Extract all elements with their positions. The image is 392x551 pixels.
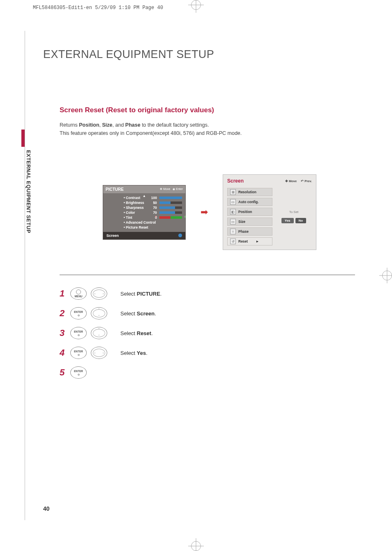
desc-text: Returns [60, 122, 79, 128]
desc-text: to the default factory settings. [141, 122, 209, 128]
no-button: No [295, 218, 307, 223]
picture-row-label: • Color [124, 211, 147, 215]
step-2: 2 ENTER⊙ ˄˅ Select Screen. [60, 307, 355, 319]
button-label: ENTER [74, 310, 83, 313]
desc-text: , and [113, 122, 125, 128]
step-text: Select PICTURE. [120, 291, 161, 297]
step-text: Select Yes. [120, 350, 148, 356]
menu-button-icon: MENU [70, 287, 87, 300]
side-tab: EXTERNAL EQUIPMENT SETUP [25, 138, 32, 233]
section-divider [60, 275, 355, 275]
screen-item-position: ◧Position [227, 208, 272, 216]
step-text-b: Yes [137, 350, 146, 356]
step-5: 5 ENTER⊙ [60, 366, 355, 379]
grid-icon: ⊞ [230, 189, 236, 195]
picture-row-label: • Sharpness [124, 206, 147, 210]
step-number: 1 [60, 288, 66, 299]
steps-list: 1 MENU ‹› Select PICTURE. 2 ENTER⊙ ˄˅ Se… [60, 287, 355, 379]
reset-marker-icon: ► [256, 239, 259, 243]
screen-item-label: Auto config. [238, 200, 259, 204]
screen-menu-title: Screen [227, 178, 244, 184]
enter-button-icon: ENTER⊙ [70, 347, 87, 359]
hint-enter: Enter [176, 188, 183, 190]
desc-bold: Size [102, 122, 113, 128]
enter-button-icon: ENTER⊙ [70, 366, 87, 379]
yes-button: Yes [281, 218, 294, 223]
description: Returns Position, Size, and Phase to the… [60, 121, 355, 137]
crop-mark-right [382, 271, 392, 280]
picture-row-advanced: • Advanced Control [124, 220, 182, 225]
picture-row-reset: • Picture Reset [124, 225, 182, 229]
screen-menu-body: ⊞Resolution ▭Auto config. ◧Position ▭Siz… [223, 188, 316, 250]
step-4: 4 ENTER⊙ ‹› Select Yes. [60, 347, 355, 359]
page-number: 40 [43, 505, 50, 512]
step-text-b: PICTURE [137, 291, 160, 297]
auto-icon: ▭ [230, 199, 236, 205]
step-text-a: Select [120, 330, 137, 336]
to-set-label: To Set [289, 210, 299, 214]
arrow-right-icon: ➡ [201, 207, 208, 218]
screen-item-label: Position [238, 210, 252, 214]
picture-menu-body: ▲ • Contrast 100 • Brightness 50 • Sharp… [103, 193, 185, 232]
step-number: 5 [60, 367, 66, 378]
hint-move: Move [163, 188, 170, 190]
picture-row-value: 100 [150, 196, 157, 200]
screen-menu-hints: ✥ Move ↶ Prev. [285, 179, 312, 183]
picture-row-label: • Brightness [124, 201, 147, 205]
side-accent-bar [21, 130, 25, 147]
side-section-label: EXTERNAL EQUIPMENT SETUP [25, 150, 31, 233]
picture-menu-hints: ✥ Move ◉ Enter [160, 188, 183, 191]
tint-label-red: R [155, 215, 157, 218]
desc-text: , [99, 122, 102, 128]
desc-line2: This feature operates only in Component(… [60, 130, 242, 136]
picture-menu: PICTURE ✥ Move ◉ Enter ▲ • Contrast 100 … [103, 185, 186, 240]
slider-bar [159, 211, 182, 214]
step-text-b: Screen [137, 310, 154, 317]
screen-item-resolution: ⊞Resolution [227, 188, 272, 196]
picture-menu-title: PICTURE [106, 187, 124, 192]
crop-mark-bottom [191, 541, 201, 551]
selected-label: Screen [106, 234, 119, 238]
picture-menu-selected: Screen [103, 232, 185, 239]
yes-no-toggle: Yes No [281, 218, 306, 223]
button-label: ENTER [74, 330, 83, 333]
page-frame: EXTERNAL EQUIPMENT SETUP EXTERNAL EQUIPM… [25, 31, 367, 520]
dpad-leftright-icon: ‹› [91, 347, 107, 359]
step-number: 4 [60, 347, 66, 358]
step-text-c: . [160, 291, 162, 297]
slider-bar [159, 206, 182, 209]
step-text-a: Select [120, 350, 137, 356]
tint-label-green: G [184, 215, 186, 218]
screen-item-label: Reset [238, 239, 248, 243]
step-number: 2 [60, 308, 66, 319]
step-1: 1 MENU ‹› Select PICTURE. [60, 287, 355, 300]
screen-item-label: Phase [238, 229, 249, 234]
hint-move: Move [289, 179, 297, 183]
picture-row-label: • Advanced Control [124, 220, 156, 225]
picture-row-contrast: • Contrast 100 [124, 196, 182, 200]
step-text: Select Reset. [120, 330, 153, 336]
dpad-updown-icon: ˄˅ [91, 307, 107, 319]
screen-menu-right-panel: To Set Yes No [276, 188, 312, 245]
picture-row-value: 70 [150, 206, 157, 210]
step-text-c: . [154, 310, 156, 317]
scroll-up-icon: ▲ [143, 194, 146, 198]
tint-slider: R G [159, 216, 182, 219]
step-text: Select Screen. [120, 310, 156, 317]
slider-bar [159, 197, 182, 199]
screen-item-phase: ≡Phase [227, 227, 272, 236]
picture-row-label: • Tint [124, 215, 147, 220]
page-title: EXTERNAL EQUIPMENT SETUP [43, 48, 355, 61]
picture-row-tint: • Tint 0 R G [124, 215, 182, 220]
dpad-full-icon: ‹› [91, 287, 107, 300]
picture-row-value: 70 [150, 211, 157, 215]
picture-row-color: • Color 70 [124, 211, 182, 215]
screen-item-label: Resolution [238, 190, 256, 194]
size-icon: ▭ [230, 219, 236, 225]
screen-item-size: ▭Size [227, 218, 272, 226]
screen-item-autoconfig: ▭Auto config. [227, 198, 272, 206]
button-label: ENTER [74, 370, 83, 373]
step-text-a: Select [120, 310, 137, 317]
step-text-c: . [151, 330, 153, 336]
slider-bar [159, 201, 182, 204]
